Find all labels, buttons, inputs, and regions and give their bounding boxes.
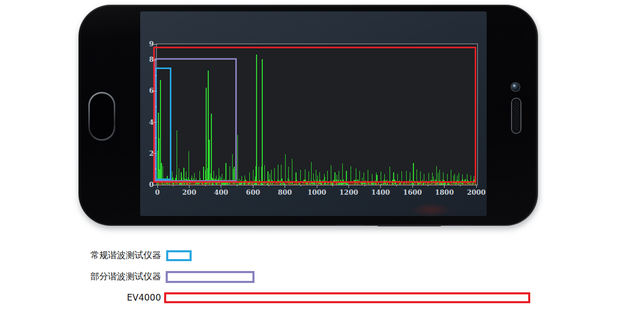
y-tick-label: 8: [143, 56, 154, 63]
y-major-tick: [153, 60, 157, 60]
y-major-tick: [153, 91, 157, 91]
x-minor-tick: [301, 185, 301, 186]
x-major-tick: [444, 185, 445, 188]
x-minor-tick: [460, 185, 461, 186]
x-minor-tick: [173, 185, 173, 186]
spectrum-chart: 0200400600800100012001400160018002000024…: [156, 44, 478, 185]
y-minor-tick: [155, 138, 157, 138]
x-major-tick: [412, 185, 413, 188]
y-major-tick: [153, 153, 157, 154]
x-tick-label: 800: [270, 189, 301, 196]
legend-swatch-conventional-tester: [166, 250, 192, 261]
x-tick-label: 1800: [429, 189, 460, 196]
y-minor-tick: [155, 169, 157, 169]
legend-label-partial-tester: 部分谐波测试仪器: [0, 271, 161, 282]
x-tick-label: 1000: [301, 189, 332, 196]
x-major-tick: [317, 185, 317, 188]
front-camera-icon: [512, 83, 519, 91]
home-button-surface: [90, 93, 114, 139]
legend-label-conventional-tester: 常规谐波测试仪器: [0, 249, 161, 261]
antenna-line: [378, 225, 441, 226]
x-major-tick: [221, 185, 221, 188]
x-major-tick: [189, 185, 190, 188]
y-tick-label: 4: [143, 119, 154, 126]
x-tick-label: 1600: [397, 189, 428, 196]
x-tick-label: 400: [206, 189, 237, 196]
x-tick-label: 1400: [365, 189, 396, 196]
x-minor-tick: [365, 185, 365, 186]
x-tick-label: 1200: [333, 189, 364, 196]
y-tick-label: 6: [143, 87, 154, 94]
x-minor-tick: [205, 185, 206, 186]
x-major-tick: [348, 185, 349, 188]
legend-swatch-ev4000: [164, 292, 530, 303]
y-minor-tick: [155, 75, 157, 76]
x-tick-label: 0: [142, 189, 173, 196]
x-major-tick: [157, 185, 158, 188]
x-tick-label: 600: [237, 189, 269, 196]
y-minor-tick: [155, 106, 157, 107]
x-major-tick: [380, 185, 381, 188]
overlay-box-ev4000: [153, 47, 476, 183]
home-button[interactable]: [88, 92, 115, 141]
screen-reflection: [410, 202, 452, 217]
antenna-line: [447, 225, 471, 226]
x-minor-tick: [237, 185, 237, 186]
x-minor-tick: [396, 185, 397, 186]
x-minor-tick: [332, 185, 333, 186]
page-background: 0200400600800100012001400160018002000024…: [0, 0, 644, 311]
camera-lens-glint: [513, 85, 515, 87]
earpiece-speaker: [512, 99, 520, 133]
x-tick-label: 200: [173, 189, 205, 196]
y-major-tick: [153, 185, 157, 185]
phone-screen: 0200400600800100012001400160018002000024…: [140, 11, 487, 216]
legend-label-ev4000: EV4000: [0, 292, 161, 303]
y-tick-label: 9: [143, 40, 154, 48]
legend-swatch-partial-tester: [166, 271, 254, 283]
x-minor-tick: [269, 185, 269, 186]
y-tick-label: 0: [143, 181, 154, 188]
x-tick-label: 2000: [461, 189, 492, 196]
antenna-line: [335, 225, 364, 226]
x-minor-tick: [428, 185, 428, 186]
x-major-tick: [476, 185, 477, 188]
y-major-tick: [153, 44, 157, 45]
x-major-tick: [285, 185, 285, 188]
y-major-tick: [153, 122, 157, 123]
x-major-tick: [253, 185, 253, 188]
smartphone: 0200400600800100012001400160018002000024…: [78, 5, 538, 226]
y-tick-label: 2: [143, 150, 154, 157]
